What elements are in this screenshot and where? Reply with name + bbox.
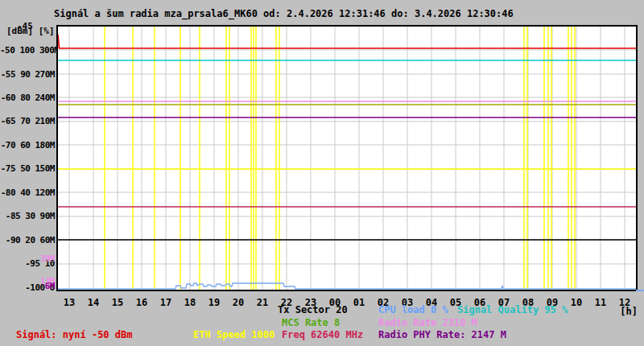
x-tick-hour: 21 <box>250 297 275 308</box>
cpu-line-overflow-stub <box>636 290 644 291</box>
x-tick-hour: 10 <box>564 297 588 308</box>
plot-area <box>56 25 638 291</box>
legend-item: Radio PHY Rate: 2147 M <box>378 329 506 340</box>
legend-item: Signal Quality 95 % <box>457 304 568 315</box>
legend-item: CPU load 0 % <box>378 304 448 315</box>
series-line-cpu-load <box>58 283 636 289</box>
legend-item: Tx Sector 20 <box>278 304 348 315</box>
y-tick-row: -60 80 240M <box>0 93 55 103</box>
y-tick-row: -65 70 210M <box>0 116 55 126</box>
graph-title: Signál a šum radia mza_prsala6_MK60 od: … <box>54 8 514 19</box>
legend-item: Signál: nyní -50 dBm <box>16 329 133 340</box>
legend-item: Radio Rate 2310 M <box>378 317 477 328</box>
y-axis-top-tick: -45 <box>17 21 33 31</box>
x-tick-hour: 14 <box>81 297 105 308</box>
y-tick-row: -90 20 60M <box>0 235 55 245</box>
y-tick-row: -75 50 150M <box>0 163 55 174</box>
x-tick-hour: 19 <box>202 297 226 308</box>
legend-item: Freq 62640 MHz <box>282 329 363 340</box>
x-tick-hour: 11 <box>588 297 613 308</box>
x-tick-hour: 15 <box>105 297 130 308</box>
chart-canvas <box>58 27 636 290</box>
y-tick-row: -55 90 270M <box>0 69 55 80</box>
x-tick-hour: 17 <box>154 297 178 308</box>
legend-item: MCS Rate 8 <box>282 317 340 328</box>
legend-item: ETH Speed 1000 <box>193 329 275 340</box>
radio-signal-graph: Signál a šum radia mza_prsala6_MK60 od: … <box>0 0 644 346</box>
series-line-signal <box>58 35 636 48</box>
y-tick-row: -70 60 180M <box>0 140 55 150</box>
x-tick-hour: 18 <box>178 297 202 308</box>
y-tick-row: -85 30 90M <box>0 211 55 221</box>
y-tick-row: -80 40 120M <box>0 187 55 198</box>
rate-mini-tick: 39M <box>0 253 55 264</box>
x-tick-hour: 16 <box>130 297 154 308</box>
rate-mini-tick: 6M <box>0 281 55 291</box>
x-axis-unit-label: [h] <box>615 306 638 317</box>
y-tick-row: -50 100 300M <box>0 45 55 56</box>
x-tick-hour: 13 <box>57 297 81 308</box>
x-tick-hour: 01 <box>347 297 371 308</box>
x-tick-hour: 20 <box>226 297 250 308</box>
